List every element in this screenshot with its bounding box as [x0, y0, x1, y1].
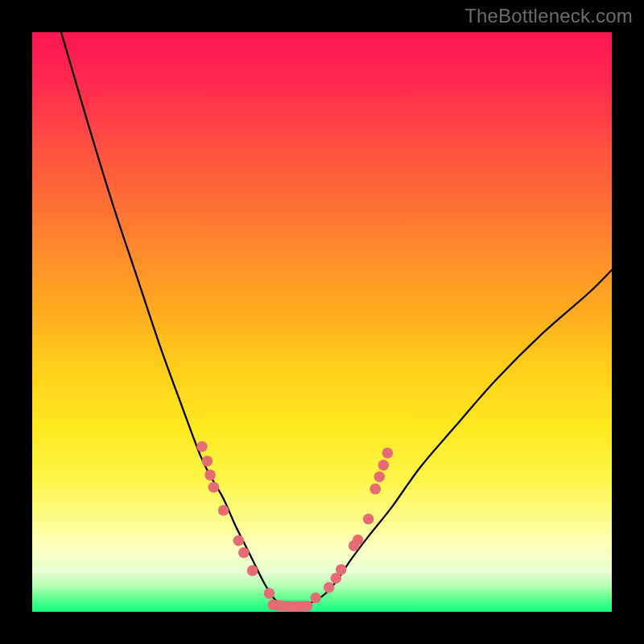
marker-dot: [247, 565, 258, 576]
marker-bottom-band: [273, 605, 308, 606]
marker-cluster-right: [310, 448, 393, 604]
marker-dot: [363, 514, 374, 525]
marker-dot: [233, 535, 245, 547]
watermark-text: TheBottleneck.com: [464, 5, 633, 27]
marker-dot: [353, 535, 364, 546]
marker-dot: [202, 456, 213, 467]
curve-right: [290, 270, 612, 606]
marker-dot: [324, 582, 335, 593]
marker-dot: [238, 547, 250, 559]
curve-layer: [32, 32, 612, 612]
marker-dot: [374, 471, 385, 482]
marker-dot: [336, 564, 347, 576]
marker-dot: [208, 481, 220, 493]
marker-dot: [196, 441, 208, 452]
curve-left: [61, 32, 290, 607]
marker-dot: [204, 469, 216, 481]
marker-cluster-left: [196, 441, 275, 599]
marker-dot: [382, 448, 394, 459]
marker-dot: [378, 460, 390, 471]
chart-frame: TheBottleneck.com: [0, 0, 644, 644]
marker-dot: [218, 505, 229, 516]
marker-dot: [369, 484, 381, 495]
plot-area: [32, 32, 612, 612]
marker-dot: [310, 592, 321, 604]
marker-dot: [264, 588, 275, 599]
